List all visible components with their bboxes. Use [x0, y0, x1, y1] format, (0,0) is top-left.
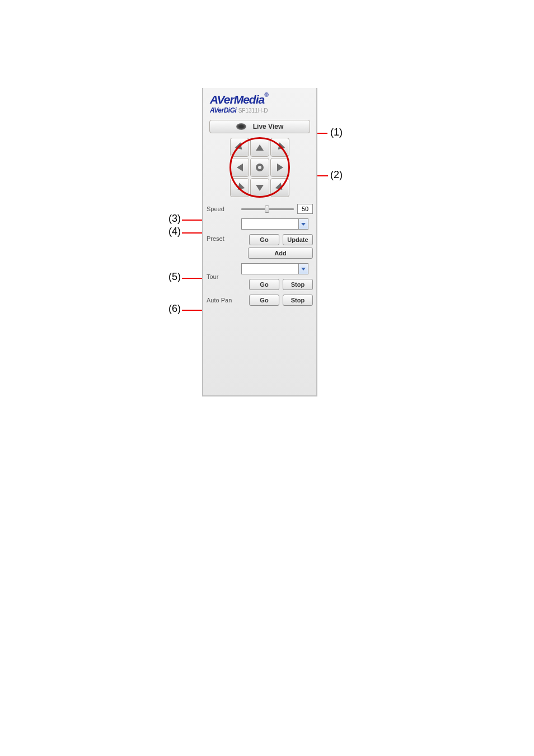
ptz-home-button[interactable] [250, 158, 269, 177]
ptz-up-right-button[interactable] [270, 138, 289, 157]
preset-label: Preset [203, 216, 241, 261]
callout-line-3 [182, 220, 204, 221]
ptz-down-left-button[interactable] [230, 178, 249, 197]
dropdown-toggle-icon[interactable] [298, 264, 308, 274]
arrow-right-icon [277, 164, 283, 171]
preset-update-button[interactable]: Update [283, 234, 313, 245]
live-view-label: Live View [253, 123, 283, 130]
speed-value[interactable]: 50 [297, 204, 313, 214]
preset-add-button[interactable]: Add [248, 248, 313, 259]
eye-icon [236, 123, 246, 130]
arrow-down-icon [256, 185, 264, 191]
arrow-down-right-icon [275, 183, 285, 193]
callout-4: (4) [168, 226, 181, 237]
brand-subname: AVerDiGi [210, 106, 236, 114]
ptz-down-right-button[interactable] [270, 178, 289, 197]
preset-dropdown[interactable] [241, 218, 308, 230]
chevron-down-icon [301, 223, 306, 226]
ptz-up-left-button[interactable] [230, 138, 249, 157]
autopan-stop-button[interactable]: Stop [283, 295, 313, 306]
autopan-go-button[interactable]: Go [249, 295, 279, 306]
callout-line-6 [182, 310, 204, 311]
tour-label: Tour [203, 261, 241, 292]
preset-go-button[interactable]: Go [249, 234, 279, 245]
callout-line-5 [182, 278, 204, 279]
tour-dropdown[interactable] [241, 263, 308, 274]
chevron-down-icon [301, 268, 306, 270]
arrow-up-right-icon [275, 142, 285, 152]
home-icon [256, 164, 264, 171]
callout-2: (2) [330, 169, 343, 181]
ptz-right-button[interactable] [270, 158, 289, 177]
branding: AVerMedia® AVerDiGi SF1311H-D [203, 88, 316, 118]
speed-label: Speed [203, 202, 241, 216]
settings-form: Speed 50 Preset Go Update [203, 202, 316, 308]
tour-stop-button[interactable]: Stop [283, 279, 313, 290]
ptz-direction-pad [203, 138, 316, 197]
arrow-up-icon [256, 144, 264, 151]
autopan-label: Auto Pan [203, 292, 241, 308]
arrow-left-icon [237, 164, 243, 171]
control-panel: AVerMedia® AVerDiGi SF1311H-D Live View … [202, 88, 317, 396]
arrow-down-left-icon [235, 183, 245, 193]
callout-3: (3) [168, 213, 181, 225]
brand-title: AVerMedia® [210, 94, 310, 105]
callout-6: (6) [168, 303, 181, 315]
callout-5: (5) [168, 271, 181, 283]
callout-line-4 [182, 232, 204, 234]
brand-model: SF1311H-D [238, 108, 268, 114]
callout-1: (1) [330, 127, 343, 138]
speed-slider[interactable] [241, 208, 294, 210]
brand-name: AVerMedia [210, 93, 264, 106]
dropdown-toggle-icon[interactable] [298, 219, 308, 229]
ptz-up-button[interactable] [250, 138, 269, 157]
speed-slider-thumb[interactable] [265, 206, 269, 213]
ptz-down-button[interactable] [250, 178, 269, 197]
arrow-up-left-icon [235, 142, 245, 152]
brand-subtitle: AVerDiGi SF1311H-D [210, 106, 310, 114]
ptz-left-button[interactable] [230, 158, 249, 177]
live-view-button[interactable]: Live View [209, 120, 310, 133]
tour-go-button[interactable]: Go [249, 279, 279, 290]
